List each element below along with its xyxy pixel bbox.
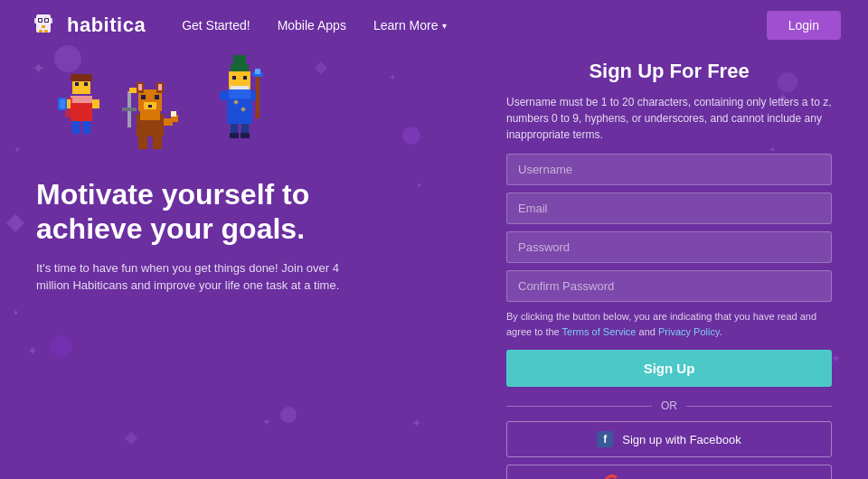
svg-rect-62 — [241, 133, 250, 138]
hero-characters — [36, 60, 488, 177]
svg-rect-44 — [233, 55, 246, 68]
svg-rect-14 — [71, 74, 92, 81]
svg-rect-29 — [138, 84, 142, 90]
logo-text: habitica — [67, 14, 146, 37]
svg-rect-2 — [34, 18, 38, 23]
svg-rect-39 — [153, 136, 162, 149]
svg-rect-10 — [44, 30, 48, 33]
svg-rect-18 — [83, 121, 90, 134]
svg-rect-32 — [155, 95, 159, 99]
nav-learn-more[interactable]: Learn More ▾ — [373, 18, 447, 33]
svg-rect-9 — [39, 30, 42, 33]
svg-rect-31 — [141, 95, 146, 99]
password-input[interactable] — [506, 231, 832, 263]
navbar: habitica Get Started! Mobile Apps Learn … — [0, 0, 868, 51]
chevron-down-icon: ▾ — [442, 21, 447, 31]
username-input[interactable] — [506, 154, 832, 185]
google-signup-label: Sign up with Google — [629, 476, 734, 480]
svg-rect-41 — [122, 108, 137, 111]
or-line-left — [506, 406, 652, 407]
or-line-right — [686, 406, 832, 407]
hero-subtitle: It's time to have fun when you get thing… — [36, 259, 344, 295]
svg-rect-61 — [230, 133, 239, 138]
svg-rect-47 — [232, 76, 236, 80]
svg-rect-1 — [36, 14, 51, 33]
svg-rect-42 — [129, 88, 137, 93]
nav-get-started[interactable]: Get Started! — [182, 18, 250, 33]
facebook-icon: f — [597, 431, 613, 447]
svg-rect-51 — [229, 89, 250, 99]
svg-rect-15 — [75, 82, 79, 86]
form-title: Sign Up For Free — [506, 60, 832, 83]
svg-rect-48 — [243, 76, 247, 80]
google-signup-button[interactable]: Sign up with Google — [506, 465, 832, 479]
svg-rect-7 — [45, 19, 48, 22]
svg-rect-38 — [138, 136, 147, 149]
left-panel: Motivate yourself to achieve your goals.… — [36, 60, 506, 295]
or-text: OR — [661, 399, 677, 412]
facebook-signup-button[interactable]: f Sign up with Facebook — [506, 421, 832, 457]
nav-links: Get Started! Mobile Apps Learn More ▾ — [182, 18, 767, 33]
nav-mobile-apps[interactable]: Mobile Apps — [278, 18, 346, 33]
privacy-link[interactable]: Privacy Policy — [658, 326, 720, 337]
svg-rect-17 — [72, 121, 80, 134]
hero-title: Motivate yourself to achieve your goals. — [36, 177, 362, 247]
svg-rect-37 — [171, 111, 176, 117]
svg-rect-54 — [220, 91, 227, 100]
svg-rect-34 — [148, 105, 152, 108]
svg-rect-12 — [71, 96, 92, 103]
svg-rect-30 — [158, 84, 162, 90]
signup-button[interactable]: Sign Up — [506, 350, 832, 387]
form-description: Username must be 1 to 20 characters, con… — [506, 94, 832, 143]
consent-text: By clicking the button below, you are in… — [506, 309, 832, 339]
confirm-password-input[interactable] — [506, 270, 832, 302]
svg-rect-3 — [49, 18, 52, 23]
google-icon — [604, 474, 620, 479]
logo-icon — [27, 9, 60, 42]
logo[interactable]: habitica — [27, 9, 146, 42]
facebook-signup-label: Sign up with Facebook — [622, 433, 741, 446]
or-divider: OR — [506, 399, 832, 412]
svg-rect-58 — [255, 69, 260, 74]
svg-rect-23 — [60, 99, 65, 108]
characters-svg — [36, 55, 298, 177]
svg-rect-21 — [92, 99, 99, 108]
email-input[interactable] — [506, 193, 832, 224]
login-button[interactable]: Login — [767, 11, 841, 40]
main-content: Motivate yourself to achieve your goals.… — [0, 51, 868, 479]
svg-rect-6 — [39, 19, 42, 22]
svg-rect-8 — [42, 25, 45, 28]
tos-link[interactable]: Terms of Service — [562, 326, 637, 337]
signup-form-panel: Sign Up For Free Username must be 1 to 2… — [506, 60, 832, 479]
svg-rect-16 — [84, 82, 88, 86]
svg-rect-56 — [256, 73, 259, 118]
